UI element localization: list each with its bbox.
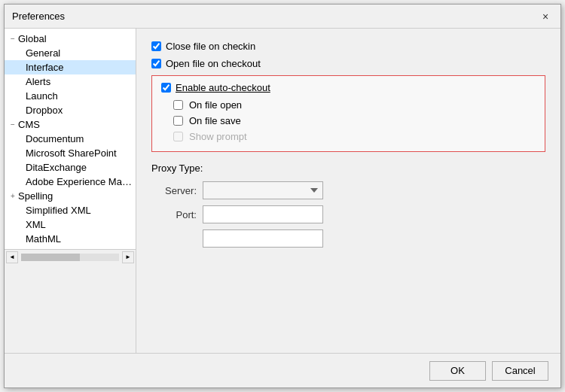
sidebar-item-interface[interactable]: Interface [5, 60, 136, 74]
extra-input-row [151, 229, 545, 248]
sidebar-item-cms-label: CMS [18, 119, 40, 130]
sidebar-item-ditaexchange[interactable]: DitaExchange [5, 160, 136, 175]
enable-auto-checkout-checkbox[interactable] [161, 83, 171, 93]
scroll-left-arrow[interactable]: ◄ [6, 251, 18, 263]
sidebar-item-global[interactable]: − Global [5, 32, 136, 46]
dialog-footer: OK Cancel [5, 353, 560, 387]
sidebar-item-launch[interactable]: Launch [5, 89, 136, 103]
sidebar: − Global General Interface Alerts Launch… [5, 29, 136, 249]
scroll-thumb [21, 254, 80, 261]
sidebar-item-simplified-xml[interactable]: Simplified XML [5, 203, 136, 217]
port-row: Port: [151, 205, 545, 223]
sidebar-item-global-label: Global [18, 33, 47, 44]
open-file-checkout-checkbox[interactable] [151, 59, 161, 68]
auto-checkout-section: Enable auto-checkout On file open On fil… [151, 75, 545, 152]
proxy-section: Proxy Type: Server: Port: [151, 163, 545, 248]
sidebar-item-spelling-label: Spelling [18, 190, 53, 202]
ok-button[interactable]: OK [429, 361, 486, 381]
close-file-checkin-row: Close file on checkin [151, 41, 545, 52]
sidebar-scrollbar: ◄ ► [5, 249, 136, 264]
sidebar-item-cms[interactable]: − CMS [5, 117, 136, 132]
sidebar-item-general[interactable]: General [5, 46, 136, 60]
main-content: Close file on checkin Open file on check… [136, 29, 560, 353]
sidebar-item-adobe-experience[interactable]: Adobe Experience Mana... [5, 175, 136, 189]
dialog-title: Preferences [12, 11, 65, 22]
title-bar: Preferences × [5, 5, 560, 29]
sidebar-item-dropbox[interactable]: Dropbox [5, 103, 136, 117]
cancel-button[interactable]: Cancel [492, 361, 548, 381]
on-file-save-label[interactable]: On file save [189, 115, 241, 126]
close-button[interactable]: × [538, 9, 553, 24]
open-file-checkout-label[interactable]: Open file on checkout [166, 58, 261, 69]
server-row: Server: [151, 181, 545, 199]
on-file-save-checkbox[interactable] [173, 116, 183, 126]
server-label: Server: [151, 185, 197, 196]
auto-checkout-header: Enable auto-checkout [161, 82, 536, 93]
server-select[interactable] [203, 181, 323, 199]
expand-icon-spelling: + [8, 191, 18, 202]
dialog-body: − Global General Interface Alerts Launch… [5, 29, 560, 353]
on-file-open-checkbox[interactable] [173, 100, 183, 110]
on-file-open-row: On file open [173, 99, 536, 111]
sidebar-item-documentum[interactable]: Documentum [5, 132, 136, 146]
preferences-dialog: Preferences × − Global General Interface… [4, 4, 561, 388]
sidebar-item-spelling[interactable]: + Spelling [5, 189, 136, 203]
port-input[interactable] [203, 205, 323, 223]
close-file-checkin-label[interactable]: Close file on checkin [166, 41, 255, 52]
show-prompt-checkbox[interactable] [173, 132, 183, 141]
proxy-type-label: Proxy Type: [151, 163, 545, 174]
scroll-right-arrow[interactable]: ► [122, 251, 134, 263]
expand-icon-global: − [8, 34, 18, 44]
port-label: Port: [151, 209, 197, 220]
show-prompt-row: Show prompt [173, 131, 536, 142]
on-file-save-row: On file save [173, 115, 536, 126]
scroll-track[interactable] [21, 254, 119, 261]
expand-icon-cms: − [8, 120, 18, 130]
sidebar-item-microsoft-sharepoint[interactable]: Microsoft SharePoint [5, 146, 136, 160]
sidebar-item-mathml[interactable]: MathML [5, 232, 136, 246]
extra-input[interactable] [203, 229, 323, 248]
sidebar-item-alerts[interactable]: Alerts [5, 74, 136, 89]
enable-auto-checkout-label[interactable]: Enable auto-checkout [176, 82, 270, 93]
sidebar-item-xml[interactable]: XML [5, 217, 136, 232]
open-file-checkout-row: Open file on checkout [151, 58, 545, 69]
show-prompt-label: Show prompt [189, 131, 247, 142]
close-file-checkin-checkbox[interactable] [151, 41, 161, 51]
on-file-open-label[interactable]: On file open [189, 99, 242, 111]
